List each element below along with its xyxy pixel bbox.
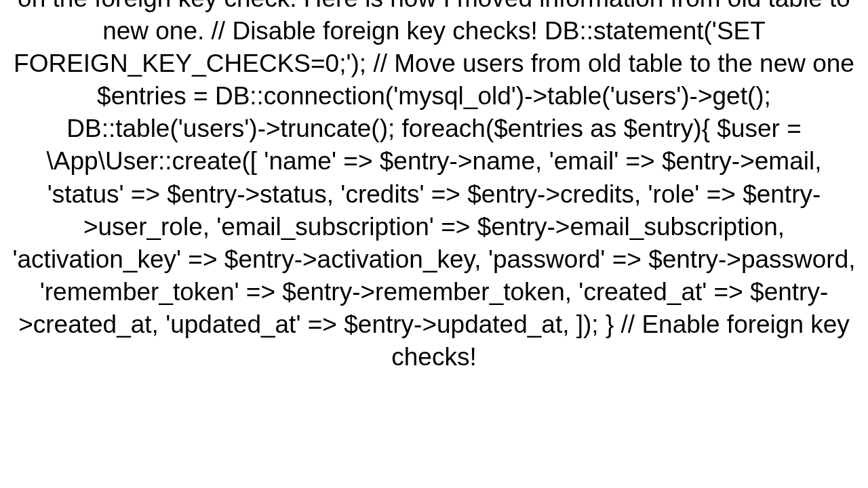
document-body: on the foreign key check. Here is how I … [0, 0, 868, 373]
